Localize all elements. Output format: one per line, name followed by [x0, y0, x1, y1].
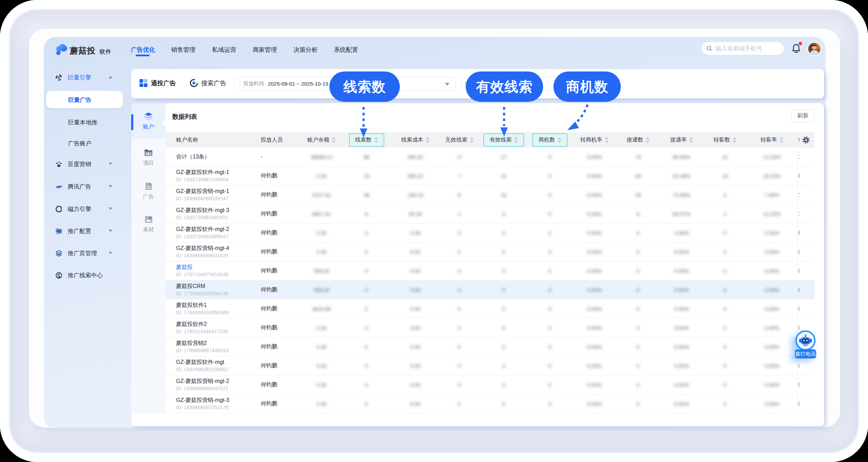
column-header-线索成本[interactable]: 线索成本 — [392, 132, 438, 147]
clipped-value: 8 — [798, 173, 800, 179]
table-row-蘑菇投营销2[interactable]: 蘑菇投营销2ID: 1785859867448515何钧鹏0.3000.0000… — [166, 337, 814, 356]
metric-cell: 0 — [703, 242, 746, 261]
gear-icon[interactable] — [802, 136, 810, 144]
metric-cell: 0.00 — [392, 280, 438, 299]
chevron-down-icon — [109, 230, 112, 232]
table-row-GZ-蘑菇投营销-mgt-1[interactable]: GZ-蘑菇投营销-mgt-1ID: 1839866088539147何钧鹏310… — [166, 185, 814, 204]
table-row-GZ-蘑菇投营销-mgt-3[interactable]: GZ-蘑菇投营销-mgt-3ID: 1839866087252170何钧鹏0.3… — [166, 394, 814, 413]
metric-cell: 0 — [480, 337, 527, 356]
table-row-蘑菇投[interactable]: 蘑菇投ID: 1707704975916048何钧鹏358.0000.00000… — [166, 261, 814, 280]
sidebar-group-4[interactable]: 磁力引擎 — [55, 205, 91, 213]
blurred-value: 6 — [365, 230, 368, 236]
table-row-GZ-蘑菇投软件-mgt-2[interactable]: GZ-蘑菇投软件-mgt-2ID: 1832735962809547何钧鹏0.3… — [166, 223, 814, 242]
blurred-value: 0 — [548, 249, 551, 255]
column-header-无效线索[interactable]: 无效线索 — [438, 132, 480, 147]
column-header-转商机率[interactable]: 转商机率 — [572, 132, 616, 147]
table-row-GZ-蘑菇投营销-mgt-2[interactable]: GZ-蘑菇投营销-mgt-2ID: 1839866086447371何钧鹏0.3… — [166, 375, 814, 394]
segment-search-ads[interactable]: 搜索广告 — [190, 79, 226, 87]
sort-icon[interactable] — [332, 137, 336, 143]
sidebar-group-5[interactable]: 推广配置 — [55, 227, 91, 235]
global-search-input[interactable]: 输入名称或手机号 — [702, 42, 784, 55]
metric-cell: 0 — [438, 318, 480, 337]
column-header-线索数[interactable]: 线索数 — [341, 132, 392, 147]
row-edge-cell: 1 — [797, 185, 814, 204]
sort-icon[interactable] — [558, 137, 561, 143]
metric-cell: 0.00% — [660, 242, 703, 261]
column-header-转客数[interactable]: 转客数 — [703, 132, 746, 147]
column-header-商机数[interactable]: 商机数 — [527, 132, 572, 147]
column-settings-cell[interactable]: 转 — [797, 132, 814, 147]
column-header-接通率[interactable]: 接通率 — [660, 132, 703, 147]
table-row-GZ-蘑菇投软件-mgt-3[interactable]: GZ-蘑菇投软件-mgt-3ID: 1832735963382921何钧鹏885… — [166, 204, 814, 223]
metric-cell: 0.00% — [746, 356, 797, 375]
column-header-转客率[interactable]: 转客率 — [746, 132, 797, 147]
metric-cell: 0.00 — [392, 299, 438, 318]
nav-item-2[interactable]: 销售管理 — [171, 46, 195, 54]
user-avatar[interactable] — [808, 43, 820, 55]
sidebar-item-广告账户[interactable]: 广告账户 — [68, 139, 91, 147]
segment-general-ads-label: 通投广告 — [151, 79, 176, 87]
account-name-cell: GZ-蘑菇投软件-mgt-2ID: 1832735962809547 — [166, 223, 261, 242]
sidebar-group-6[interactable]: 推广页管理 — [55, 249, 97, 257]
table-row-蘑菇投CRM[interactable]: 蘑菇投CRMID: 1726992928394248何钧鹏358.0000.00… — [166, 280, 814, 299]
blurred-value: 0 — [548, 401, 551, 407]
person-name: 何钧鹏 — [261, 305, 277, 312]
metric-cell: 0 — [703, 356, 746, 375]
sort-icon[interactable] — [470, 137, 474, 143]
sidebar-group-7[interactable]: 推广线索中心 — [55, 271, 103, 279]
sidebar-item-巨量本地推[interactable]: 巨量本地推 — [68, 118, 97, 126]
column-header-账户余额[interactable]: 账户余额 — [302, 132, 341, 147]
metric-cell: 0 — [616, 337, 660, 356]
call-assistant-label[interactable]: 拨打电话 — [795, 349, 816, 358]
account-name-cell: 蘑菇投CRMID: 1726992928394248 — [166, 280, 261, 299]
sort-icon[interactable] — [605, 137, 609, 143]
sort-icon[interactable] — [646, 137, 649, 143]
account-name-cell[interactable]: 蘑菇投ID: 1707704975916048 — [166, 261, 261, 280]
blurred-value: 0.00 — [410, 306, 420, 312]
table-row-total[interactable]: 合计（13条）-38898.1398396.92172700.00%7686.4… — [166, 147, 814, 166]
nav-item-6[interactable]: 系统配置 — [334, 46, 358, 54]
table-row-蘑菇投软件2[interactable]: 蘑菇投软件2ID: 1765113345417293何钧鹏0.3000.0000… — [166, 318, 814, 337]
sort-icon[interactable] — [689, 137, 693, 143]
metric-cell: 0 — [341, 261, 392, 280]
sidebar-group-label: 腾讯广告 — [68, 183, 91, 191]
table-row-GZ-蘑菇投营销-mgt-4[interactable]: GZ-蘑菇投营销-mgt-4ID: 1839866088031625何钧鹏0.3… — [166, 242, 814, 261]
blurred-value: 0 — [548, 192, 551, 198]
clipped-value: 0 — [798, 325, 800, 331]
sidebar-group-3[interactable]: 腾讯广告 — [55, 183, 91, 191]
sort-icon[interactable] — [426, 137, 430, 143]
blurred-value: 0 — [723, 401, 726, 407]
column-header-接通数[interactable]: 接通数 — [616, 132, 660, 147]
sidebar-group-1[interactable]: 巨量引擎 — [55, 74, 91, 81]
sort-icon[interactable] — [733, 137, 736, 143]
sort-icon[interactable] — [780, 137, 783, 143]
nav-item-4[interactable]: 商家管理 — [253, 46, 277, 54]
account-id: ID: 1707704975916048 — [176, 271, 229, 278]
refresh-button[interactable]: 刷新 — [791, 109, 814, 122]
blurred-value: 0.00% — [764, 382, 779, 388]
table-row-GZ-蘑菇投软件-mgt[interactable]: GZ-蘑菇投软件-mgtID: 1832696382534857何钧鹏0.300… — [166, 356, 814, 375]
filter-select[interactable] — [396, 77, 456, 91]
nav-item-3[interactable]: 私域运营 — [212, 46, 236, 54]
nav-item-5[interactable]: 决策分析 — [293, 46, 318, 54]
sidebar-group-2[interactable]: 百度营销 — [55, 160, 91, 168]
robot-icon[interactable] — [795, 330, 816, 350]
tab-账户[interactable]: 账户 — [131, 112, 166, 131]
tab-项目[interactable]: 项目 — [131, 149, 166, 167]
account-name[interactable]: 蘑菇投 — [176, 263, 193, 271]
metric-cell: 0 — [480, 280, 527, 299]
column-header-有效线索[interactable]: 有效线索 — [480, 132, 527, 147]
tab-素材[interactable]: 素材 — [131, 215, 166, 233]
tab-广告[interactable]: 广告 — [131, 182, 166, 201]
metric-cell: 0.00% — [572, 242, 616, 261]
sort-icon[interactable] — [374, 137, 378, 143]
table-row-GZ-蘑菇投软件-mgt-1[interactable]: GZ-蘑菇投软件-mgt-1ID: 1832735967244554何钧鹏0.3… — [166, 166, 814, 185]
screenshot-stage: 蘑菇投 软件 广告优化销售管理私域运营商家管理决策分析系统配置 输入名称或手机号… — [0, 0, 868, 462]
segment-general-ads[interactable]: 通投广告 — [139, 79, 176, 87]
table-row-蘑菇投软件1[interactable]: 蘑菇投软件1ID: 1764399434856589何钧鹏4829.8800.0… — [166, 299, 814, 318]
sidebar-item-巨量广告[interactable]: 巨量广告 — [46, 91, 123, 108]
sort-icon[interactable] — [514, 137, 518, 143]
nav-item-1[interactable]: 广告优化 — [131, 46, 155, 54]
blurred-value: 0 — [502, 249, 505, 255]
metric-cell: 0.00% — [660, 299, 703, 318]
